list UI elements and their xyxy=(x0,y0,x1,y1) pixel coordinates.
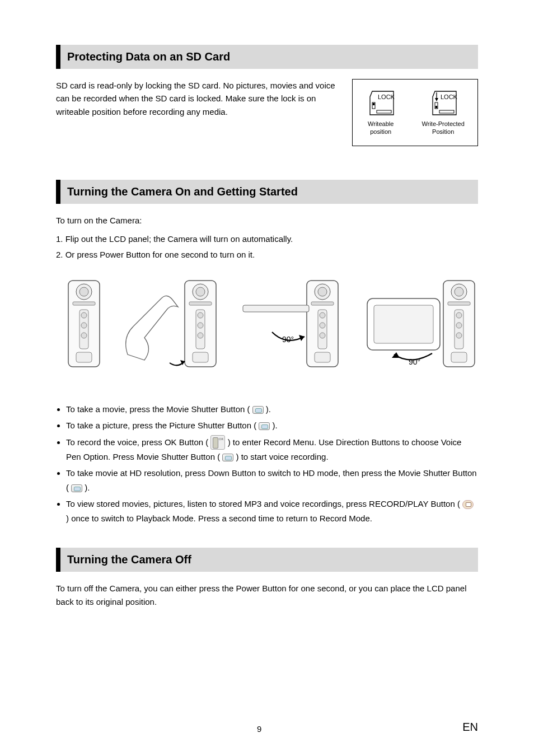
svg-point-40 xyxy=(455,287,463,296)
language-label: EN xyxy=(462,721,478,734)
bullet-text: To take movie at HD resolution, press Do… xyxy=(66,468,477,492)
bullet-text: ). xyxy=(273,421,278,430)
svg-point-13 xyxy=(81,312,87,318)
picture-shutter-button-icon xyxy=(259,422,270,430)
svg-point-22 xyxy=(198,312,203,318)
page-number: 9 xyxy=(257,724,261,734)
heading-turning-off: Turning the Camera Off xyxy=(56,548,478,572)
camera-flip-open-icon xyxy=(122,276,223,371)
svg-point-14 xyxy=(81,323,87,328)
caption-text: Position xyxy=(432,128,454,135)
lock-label-left: LOCK xyxy=(378,94,395,100)
step-1: 1. Flip out the LCD panel; the Camera wi… xyxy=(56,232,478,245)
svg-point-23 xyxy=(198,323,203,328)
section1-paragraph: SD card is read-only by locking the SD c… xyxy=(56,79,339,146)
step-2: 2. Or press Power Button for one second … xyxy=(56,248,478,261)
svg-point-44 xyxy=(456,323,462,328)
svg-rect-6 xyxy=(435,106,437,108)
svg-rect-46 xyxy=(451,352,467,362)
svg-marker-4 xyxy=(435,98,438,101)
bullet-text: To view stored movies, pictures, listen … xyxy=(66,499,460,508)
bullet-voice: To record the voice, press OK Button ( )… xyxy=(66,435,478,464)
camera-panel-90-icon: 90° xyxy=(233,276,345,371)
record-play-button-icon xyxy=(462,500,474,509)
svg-rect-16 xyxy=(76,352,92,362)
movie-shutter-button-icon xyxy=(252,406,264,414)
bullet-text: To record the voice, press OK Button ( xyxy=(66,437,208,447)
angle-label: 90° xyxy=(282,335,294,344)
svg-rect-2 xyxy=(377,110,391,113)
bullet-picture: To take a picture, press the Picture Shu… xyxy=(66,418,478,433)
heading-protecting-data: Protecting Data on an SD Card xyxy=(56,45,478,69)
svg-rect-30 xyxy=(311,302,334,305)
bullet-text: ) to start voice recording. xyxy=(236,452,328,461)
usage-bullet-list: To take a movie, press the Movie Shutter… xyxy=(56,402,478,526)
bullet-movie: To take a movie, press the Movie Shutter… xyxy=(66,402,478,417)
bullet-text: ). xyxy=(266,404,271,414)
camera-illustration-row: 90° 90° xyxy=(56,273,478,374)
svg-point-33 xyxy=(320,323,325,328)
bullet-text: To take a picture, press the Picture Shu… xyxy=(66,421,256,430)
movie-shutter-button-icon xyxy=(71,484,82,492)
svg-rect-20 xyxy=(189,302,212,305)
sd-writeable-column: LOCK Writeable position xyxy=(366,89,396,136)
caption-text: Writeable xyxy=(368,120,394,127)
bullet-text: ) once to switch to Playback Mode. Press… xyxy=(66,514,372,523)
angle-label: 90° xyxy=(409,357,420,366)
svg-rect-41 xyxy=(448,302,470,305)
svg-rect-35 xyxy=(315,352,330,362)
movie-shutter-button-icon xyxy=(222,454,233,461)
svg-rect-7 xyxy=(439,110,454,113)
svg-point-32 xyxy=(320,312,325,318)
bullet-hd: To take movie at HD resolution, press Do… xyxy=(66,466,478,494)
sd-protected-caption: Write-Protected Position xyxy=(422,120,465,136)
lock-label-right: LOCK xyxy=(441,94,458,100)
section2-intro: To turn on the Camera: xyxy=(56,214,478,227)
svg-point-10 xyxy=(79,287,88,296)
sd-protected-column: LOCK Write-Protected Position xyxy=(422,89,465,136)
sd-card-protected-icon: LOCK xyxy=(428,89,458,117)
bullet-text: To take a movie, press the Movie Shutter… xyxy=(66,404,250,414)
svg-point-19 xyxy=(196,287,205,296)
svg-marker-49 xyxy=(392,352,400,358)
svg-point-24 xyxy=(198,333,203,338)
heading-turning-on: Turning the Camera On and Getting Starte… xyxy=(56,180,478,204)
ok-button-icon xyxy=(210,435,225,450)
svg-point-43 xyxy=(456,312,462,318)
turn-on-steps: 1. Flip out the LCD panel; the Camera wi… xyxy=(56,232,478,261)
svg-rect-11 xyxy=(73,302,95,305)
bullet-playback: To view stored movies, pictures, listen … xyxy=(66,497,478,525)
svg-point-29 xyxy=(318,287,327,296)
sd-card-writeable-icon: LOCK xyxy=(366,89,396,117)
svg-point-45 xyxy=(456,333,462,338)
section1-row: SD card is read-only by locking the SD c… xyxy=(56,79,478,146)
sd-lock-diagram: LOCK Writeable position LOCK xyxy=(352,79,478,146)
svg-rect-36 xyxy=(243,305,309,312)
caption-text: position xyxy=(370,128,391,135)
camera-lcd-rotated-icon: 90° xyxy=(355,276,478,371)
svg-point-15 xyxy=(81,333,87,338)
svg-rect-48 xyxy=(374,305,433,343)
bullet-text: ). xyxy=(85,483,90,492)
caption-text: Write-Protected xyxy=(422,120,465,127)
svg-rect-25 xyxy=(193,352,208,362)
sd-writeable-caption: Writeable position xyxy=(368,120,394,136)
page-footer: 9 EN xyxy=(56,721,478,734)
svg-point-34 xyxy=(320,333,325,338)
camera-closed-icon xyxy=(56,276,112,371)
svg-rect-1 xyxy=(373,103,374,105)
section3-paragraph: To turn off the Camera, you can either p… xyxy=(56,582,478,608)
svg-marker-37 xyxy=(299,335,305,341)
